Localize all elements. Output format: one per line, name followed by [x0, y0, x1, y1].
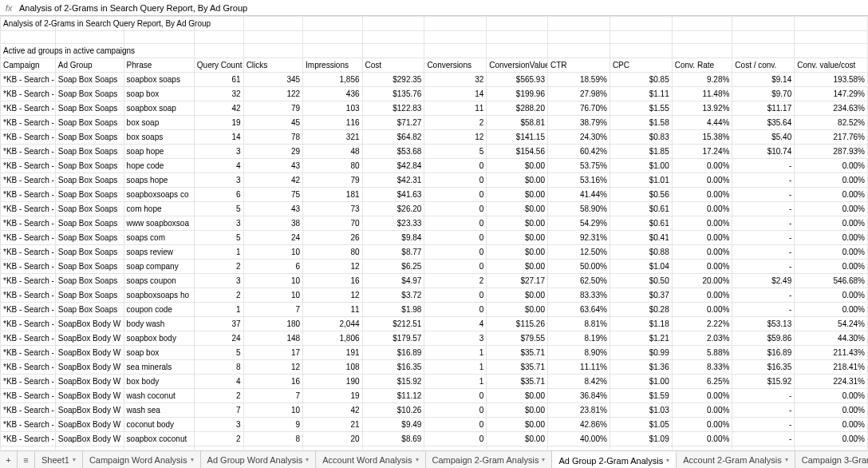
cell-campaign[interactable]: *KB - Search - Br [1, 389, 56, 403]
cell-cpc[interactable]: $0.41 [610, 231, 672, 245]
cell-conv_rate[interactable]: 2.03% [672, 331, 732, 346]
cell-conv_rate[interactable]: 0.00% [672, 173, 732, 188]
cell-phrase[interactable]: soaps hope [124, 173, 194, 188]
cell-adgroup[interactable]: Soap Box Soaps [55, 173, 124, 188]
cell-conv_value[interactable]: $27.17 [487, 274, 548, 288]
col-header-adgroup[interactable]: Ad Group [55, 58, 124, 73]
cell-cost[interactable]: $26.20 [362, 202, 424, 216]
cell-cost[interactable]: $1.98 [362, 303, 424, 317]
cell-clicks[interactable]: 9 [243, 418, 302, 432]
cell-conv_rate[interactable]: 0.00% [672, 159, 732, 173]
sheet-tab[interactable]: Sheet1▾ [35, 451, 83, 468]
subtitle[interactable]: Active ad groups in active campaigns [1, 44, 56, 58]
col-header-ctr[interactable]: CTR [548, 58, 610, 73]
cell-conv_value_cost[interactable]: 0.00% [795, 303, 868, 317]
cell-conv_value[interactable]: $0.00 [487, 418, 548, 432]
cell-impressions[interactable]: 80 [303, 245, 362, 260]
cell-conversions[interactable]: 0 [424, 418, 487, 432]
cell-impressions[interactable]: 1,806 [303, 331, 362, 346]
cell-ctr[interactable]: 60.42% [548, 145, 610, 159]
cell-phrase[interactable]: wash coconut [124, 389, 194, 403]
cell-ctr[interactable]: 53.16% [548, 173, 610, 188]
cell-cost_per_conv[interactable]: - [732, 216, 795, 231]
cell-conversions[interactable]: 5 [424, 145, 487, 159]
cell-cost_per_conv[interactable]: $16.89 [732, 346, 795, 360]
cell-impressions[interactable]: 73 [303, 202, 362, 216]
cell-ctr[interactable]: 8.19% [548, 331, 610, 346]
cell-ctr[interactable]: 92.31% [548, 231, 610, 245]
cell-impressions[interactable]: 108 [303, 360, 362, 375]
sheet-tab[interactable]: Campaign Word Analysis▾ [83, 451, 201, 468]
cell-phrase[interactable]: soapbox soaps [124, 73, 194, 87]
cell-adgroup[interactable]: Soap Box Soaps [55, 260, 124, 274]
cell-cost_per_conv[interactable]: - [732, 418, 795, 432]
cell-conv_rate[interactable]: 0.00% [672, 245, 732, 260]
cell-conv_value[interactable]: $0.00 [487, 403, 548, 418]
cell-conv_value[interactable]: $0.00 [487, 159, 548, 173]
cell-query_count[interactable]: 2 [194, 389, 243, 403]
cell-conversions[interactable]: 0 [424, 389, 487, 403]
cell-cost_per_conv[interactable]: - [732, 303, 795, 317]
cell-campaign[interactable]: *KB - Search - Br [1, 231, 56, 245]
cell-conv_value[interactable]: $288.20 [487, 101, 548, 116]
cell-clicks[interactable]: 16 [243, 375, 302, 389]
cell-cpc[interactable]: $1.00 [610, 375, 672, 389]
chevron-down-icon[interactable]: ▾ [785, 456, 788, 463]
cell-clicks[interactable]: 10 [243, 288, 302, 303]
cell-cpc[interactable]: $0.56 [610, 188, 672, 202]
cell-cost[interactable]: $8.69 [362, 432, 424, 446]
cell-conv_value[interactable]: $0.00 [487, 446, 548, 450]
cell-conv_value_cost[interactable]: 0.00% [795, 403, 868, 418]
cell-ctr[interactable]: 50.00% [548, 260, 610, 274]
cell-cost[interactable]: $23.33 [362, 216, 424, 231]
cell-adgroup[interactable]: Soap Box Soaps [55, 188, 124, 202]
cell-phrase[interactable]: coupon code [124, 303, 194, 317]
cell-phrase[interactable]: wash review [124, 446, 194, 450]
col-header-query_count[interactable]: Query Count [194, 58, 243, 73]
col-header-clicks[interactable]: Clicks [243, 58, 302, 73]
cell-cost[interactable]: $41.63 [362, 188, 424, 202]
cell-cost_per_conv[interactable]: - [732, 288, 795, 303]
cell-cost_per_conv[interactable]: - [732, 446, 795, 450]
cell-conv_value_cost[interactable]: 0.00% [795, 389, 868, 403]
cell-impressions[interactable]: 1,856 [303, 73, 362, 87]
cell-cost[interactable]: $179.57 [362, 331, 424, 346]
cell-clicks[interactable]: 45 [243, 116, 302, 130]
cell-conv_rate[interactable]: 11.48% [672, 87, 732, 101]
cell-campaign[interactable]: *KB - Search - Br [1, 188, 56, 202]
cell-ctr[interactable]: 33.33% [548, 446, 610, 450]
cell-campaign[interactable]: *KB - Search - Br [1, 260, 56, 274]
cell-cpc[interactable]: $0.50 [610, 274, 672, 288]
cell-query_count[interactable]: 37 [194, 317, 243, 331]
cell-ctr[interactable]: 83.33% [548, 288, 610, 303]
sheet-tab[interactable]: Account 2-Gram Analysis▾ [677, 451, 795, 468]
cell-campaign[interactable]: *KB - Search - Br [1, 432, 56, 446]
cell-impressions[interactable]: 80 [303, 159, 362, 173]
cell-query_count[interactable]: 6 [194, 188, 243, 202]
cell-campaign[interactable]: *KB - Search - Br [1, 418, 56, 432]
cell-conv_value[interactable]: $0.00 [487, 260, 548, 274]
formula-content[interactable]: Analysis of 2-Grams in Search Query Repo… [19, 3, 865, 13]
chevron-down-icon[interactable]: ▾ [306, 456, 309, 463]
cell-phrase[interactable]: body wash [124, 317, 194, 331]
cell-query_count[interactable]: 1 [194, 446, 243, 450]
cell-cost[interactable]: $10.26 [362, 403, 424, 418]
cell-clicks[interactable]: 345 [243, 73, 302, 87]
cell-campaign[interactable]: *KB - Search - Br [1, 159, 56, 173]
cell-conv_value_cost[interactable]: 0.00% [795, 159, 868, 173]
cell-conversions[interactable]: 1 [424, 375, 487, 389]
cell-campaign[interactable]: *KB - Search - Br [1, 317, 56, 331]
col-header-cost_per_conv[interactable]: Cost / conv. [732, 58, 795, 73]
cell-conv_value[interactable]: $0.00 [487, 202, 548, 216]
cell-query_count[interactable]: 3 [194, 418, 243, 432]
sheet-tab[interactable]: Account Word Analysis▾ [316, 451, 425, 468]
cell-conv_value_cost[interactable]: 0.00% [795, 202, 868, 216]
cell-campaign[interactable]: *KB - Search - Br [1, 87, 56, 101]
cell-campaign[interactable]: *KB - Search - Br [1, 360, 56, 375]
cell-clicks[interactable]: 10 [243, 403, 302, 418]
sheet-tab[interactable]: Campaign 2-Gram Analysis▾ [426, 451, 553, 468]
cell-phrase[interactable]: soap company [124, 260, 194, 274]
report-title[interactable]: Analysis of 2-Grams in Search Query Repo… [1, 17, 56, 31]
cell-conv_value[interactable]: $79.55 [487, 331, 548, 346]
cell-conv_value_cost[interactable]: 54.24% [795, 317, 868, 331]
